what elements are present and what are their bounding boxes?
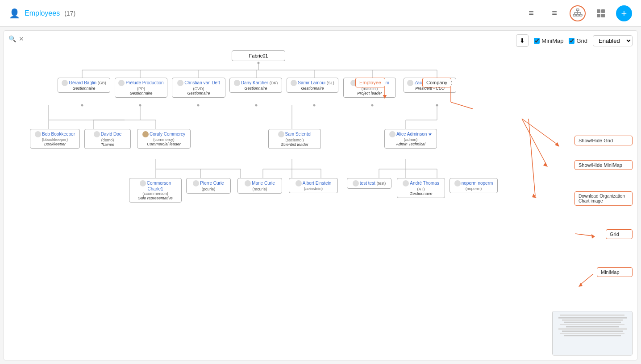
node-commerson-name: Commerson Charle1 [147, 181, 171, 191]
svg-rect-10 [601, 9, 605, 13]
node-gerard[interactable]: Gérard Baglin (GB) Gestionnaire [58, 78, 110, 93]
svg-line-60 [522, 119, 558, 145]
node-dany[interactable]: Dany Karcher (DK) Gestionnaire [229, 78, 282, 93]
avatar-samir [291, 80, 297, 86]
grid-toggle[interactable]: Grid [569, 37, 587, 44]
minimap [552, 311, 633, 356]
node-alice-username: (admin) [387, 137, 434, 142]
node-commerson-role: Sale representative [132, 196, 179, 200]
svg-rect-12 [601, 14, 605, 17]
node-marie[interactable]: Marie Curie (mcurie) [237, 178, 282, 194]
avatar-test [353, 180, 359, 186]
svg-rect-1 [573, 14, 576, 16]
node-christian-name: Christian van Deft [184, 80, 220, 85]
view-list1-button[interactable]: ≡ [523, 5, 539, 21]
topbar-right: ≡ ≡ + [523, 5, 632, 21]
view-list2-button[interactable]: ≡ [546, 5, 562, 21]
avatar-commerson [140, 180, 146, 186]
annotation-minimap2: MiniMap [597, 267, 633, 277]
node-david-role: Trainee [87, 142, 128, 147]
node-prelude-name: Prélude Production [125, 80, 163, 85]
svg-line-66 [575, 234, 593, 236]
node-gerard-role: Gestionnaire [61, 86, 107, 91]
node-samir-username: (SL) [327, 81, 334, 85]
orgchart-panel: 🔍 ✕ ⬇ MiniMap Grid Enabled Disabled All [4, 30, 637, 360]
node-samir-name: Samir Lamoui [298, 80, 325, 85]
node-prelude[interactable]: Prélude Production (PP) Gestionnaire [115, 78, 167, 98]
svg-rect-11 [597, 14, 600, 17]
grid-checkbox[interactable] [569, 38, 574, 44]
add-employee-button[interactable]: + [616, 5, 632, 21]
annotation-employee: Employee [355, 78, 385, 87]
node-marie-name: Marie Curie [252, 181, 275, 186]
node-dany-role: Gestionnaire [233, 86, 279, 91]
node-noperm-username: (noperm) [453, 186, 495, 191]
node-commerson[interactable]: Commerson Charle1 (ccommerson) Sale repr… [129, 178, 182, 203]
node-sam-username: (sscientol) [285, 138, 304, 142]
node-andre[interactable]: André Thomas (AT) Gestionnaire [397, 178, 445, 198]
employee-count: (17) [64, 10, 75, 17]
search-icon[interactable]: 🔍 [8, 35, 16, 42]
minimap-checkbox[interactable] [534, 38, 540, 44]
annotation-show-hide-minimap: Show/Hide MiniMap [574, 160, 633, 170]
svg-line-68 [580, 274, 593, 285]
search-bar: 🔍 ✕ [8, 35, 24, 42]
node-gerard-name: Gérard Baglin [69, 80, 96, 85]
status-dropdown[interactable]: Enabled Disabled All [593, 35, 633, 46]
node-coraly[interactable]: Coraly Commercy (commercy) Commercial le… [137, 129, 191, 149]
avatar-prelude [118, 80, 125, 86]
node-test-name: test test [360, 181, 375, 186]
avatar-coraly [142, 131, 149, 137]
svg-point-54 [313, 104, 316, 107]
svg-point-51 [139, 104, 142, 107]
node-alice[interactable]: Alice Adminson ★ (admin) Admin Technical [384, 129, 437, 149]
node-andre-role: Gestionnaire [400, 191, 442, 196]
svg-marker-63 [543, 162, 548, 167]
node-david[interactable]: David Doe (demo) Trainee [84, 129, 131, 149]
node-samir[interactable]: Samir Lamoui (SL) Gestionnaire [287, 78, 338, 93]
node-alice-role: Admin Technical [387, 142, 434, 146]
svg-point-53 [255, 104, 258, 107]
svg-rect-0 [576, 9, 579, 11]
node-marie-username: (mcurie) [253, 187, 267, 191]
view-grid-button[interactable] [593, 5, 609, 21]
node-dany-username: (DK) [270, 81, 278, 85]
node-einstein[interactable]: Albert Einstein (aeinstein) [289, 178, 338, 193]
avatar-bob [35, 131, 41, 137]
root-node[interactable]: Fabric01 [232, 50, 285, 61]
minimap-toggle[interactable]: MiniMap [534, 37, 563, 44]
node-christian[interactable]: Christian van Deft (CVD) Gestionnaire [172, 78, 225, 98]
avatar-noperm [454, 180, 461, 186]
avatar-gerard [62, 80, 68, 86]
node-sam-role: Scientist leader [271, 142, 318, 147]
search-clear-icon[interactable]: ✕ [19, 35, 24, 42]
node-noperm[interactable]: noperm noperm (noperm) [450, 178, 498, 193]
page-title[interactable]: Employees [25, 9, 60, 17]
node-pierre-username: (pcurie) [202, 187, 216, 191]
topbar: 👤 Employees (17) ≡ ≡ [0, 0, 641, 27]
svg-marker-61 [555, 142, 559, 147]
node-christian-username: (CVD) [193, 87, 204, 91]
download-button[interactable]: ⬇ [516, 34, 529, 47]
node-sam-name: Sam Scientol [285, 132, 312, 136]
svg-point-50 [81, 104, 83, 107]
node-sam[interactable]: Sam Scientol (sscientol) Scientist leade… [268, 129, 321, 149]
svg-rect-3 [579, 14, 582, 16]
node-gerard-username: (GB) [98, 81, 106, 85]
node-prelude-username: (PP) [137, 87, 145, 91]
node-samir-role: Gestionnaire [290, 86, 335, 91]
avatar-marie [245, 180, 251, 186]
node-bob[interactable]: Bob Bookkeeper (bbookkeeper) Bookkeeper [30, 129, 80, 149]
svg-line-64 [529, 119, 535, 196]
svg-rect-9 [597, 9, 600, 13]
annotation-company: Company [422, 78, 451, 87]
annotation-download-org: Download Organization Chart image [574, 191, 633, 206]
node-test[interactable]: test test (test) [347, 178, 391, 189]
node-pierre[interactable]: Pierre Curie (pcurie) [186, 178, 231, 194]
avatar-alice [389, 131, 395, 137]
annotation-show-hide-grid: Show/Hide Grid [574, 136, 633, 145]
svg-point-56 [436, 104, 438, 107]
view-org-button[interactable] [570, 5, 586, 21]
node-david-name: David Doe [101, 132, 122, 136]
node-coraly-username: (commercy) [140, 137, 187, 142]
